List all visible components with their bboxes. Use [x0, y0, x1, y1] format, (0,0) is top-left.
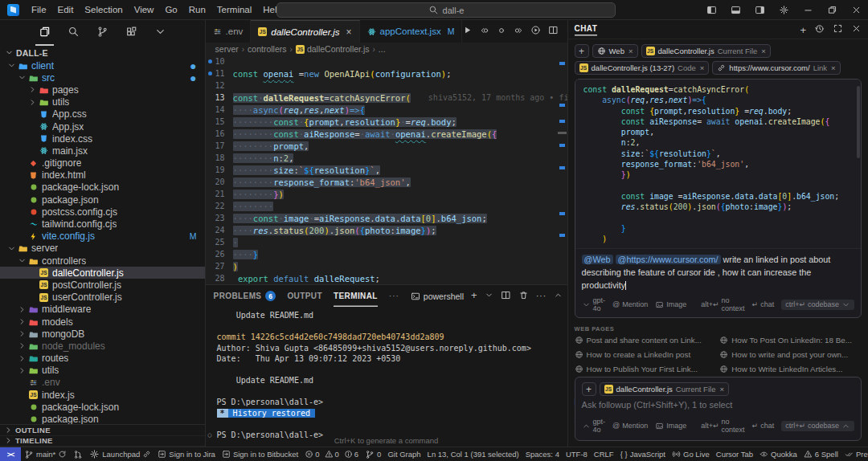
remove-pill-icon[interactable]: ×: [700, 63, 705, 72]
tab-chat[interactable]: CHAT: [575, 24, 598, 35]
chat-screen-full-button[interactable]: [833, 22, 843, 37]
status-git-graph[interactable]: Git Graph: [384, 447, 424, 461]
code-line-28[interactable]: 28 export default dalleRequest;: [206, 272, 567, 284]
status-cursor-tab[interactable]: Cursor Tab: [713, 447, 756, 461]
code-line-24[interactable]: 24····res.status(200).json({photo:image}…: [206, 224, 567, 236]
model-selector[interactable]: gpt-4o: [582, 296, 606, 312]
web-page-result[interactable]: How to create a LinkedIn post: [575, 350, 717, 359]
step-back-button[interactable]: [480, 24, 489, 39]
breadcrumb[interactable]: server›controllers›JSdalleController.js›…: [206, 43, 567, 55]
breadcrumb-item[interactable]: controllers: [248, 44, 286, 54]
submit-codebase[interactable]: ctrl+↵ codebase: [781, 421, 854, 431]
tree-item-postcontroller.js[interactable]: JSpostController.js: [0, 279, 205, 291]
tree-item-client[interactable]: client●: [0, 59, 205, 71]
sidebar-view-files[interactable]: [37, 23, 52, 43]
sidebar-view-search[interactable]: [66, 23, 81, 43]
layout-right-button[interactable]: [747, 0, 772, 20]
web-page-result[interactable]: How to Publish Your First Link...: [575, 365, 717, 373]
submit-chat[interactable]: ↵ chat: [752, 422, 775, 430]
panel-split-button[interactable]: [501, 290, 511, 302]
panel-plus-button[interactable]: +: [471, 292, 477, 300]
tree-item-nodemodules[interactable]: node_modules: [0, 340, 205, 352]
tree-item-vite.config.js[interactable]: vite.config.jsM: [0, 230, 205, 243]
shell-selector[interactable]: powershell: [411, 292, 464, 301]
panel-tab-output[interactable]: OUTPUT: [287, 285, 322, 307]
tab-.env[interactable]: .env: [206, 20, 252, 43]
tree-item-package.json[interactable]: package.json: [0, 194, 205, 206]
status-remote-indicator[interactable]: ><: [0, 447, 21, 461]
code-line-13[interactable]: 13const·dalleRequest=catchAsyncError(shi…: [206, 92, 567, 104]
chat-plus-button[interactable]: +: [800, 22, 806, 37]
status-cursor-position[interactable]: Ln 13, Col 1 (391 selected): [424, 447, 522, 461]
tree-item-.gitignore[interactable]: .gitignore: [0, 157, 205, 169]
status-quokka[interactable]: Quokka: [756, 447, 800, 461]
code-line-18[interactable]: 18········n:2,: [206, 152, 567, 164]
sidebar-view-extensions[interactable]: [124, 23, 139, 43]
chat-code-scrollbar[interactable]: [857, 86, 860, 158]
web-page-result[interactable]: How to write and post your own...: [719, 350, 862, 359]
tree-item-usercontroller.js[interactable]: JSuserController.js: [0, 292, 205, 304]
add-context-button[interactable]: +: [575, 44, 589, 58]
status-pull-request[interactable]: [70, 447, 86, 461]
step-forward-button[interactable]: [514, 24, 523, 39]
layout-bottom-button[interactable]: [723, 0, 747, 20]
overview-ruler[interactable]: [557, 55, 567, 284]
code-line-20[interactable]: 20········response_format:'b64_json',: [206, 176, 567, 188]
model-selector[interactable]: gpt-4o: [582, 418, 606, 434]
tree-item-dallecontroller.js[interactable]: JSdalleController.js: [0, 267, 205, 279]
context-pill-dallecontroller.js[interactable]: JSdalleController.js (13-27)Code×: [575, 61, 710, 75]
explorer-root[interactable]: DALL-E: [0, 46, 205, 59]
run-circle-button[interactable]: [530, 24, 541, 39]
context-pill-httpswww.cursor.com[interactable]: https://www.cursor.com/Link×: [712, 61, 840, 75]
breadcrumb-item[interactable]: server: [215, 44, 239, 54]
gutter-dot[interactable]: [208, 59, 212, 63]
code-line-17[interactable]: 17········prompt,: [206, 140, 567, 152]
code-line-11[interactable]: 11const openai =new OpenAIApi(configurat…: [206, 67, 567, 80]
image-button[interactable]: Image: [655, 300, 686, 309]
menu-view[interactable]: View: [129, 2, 160, 18]
tree-item-.env[interactable]: .env: [0, 377, 205, 389]
code-line-22[interactable]: 22········: [206, 200, 567, 212]
mention-button[interactable]: @Mention: [612, 422, 648, 430]
tree-item-package.json[interactable]: package.json: [0, 413, 205, 424]
mention-button[interactable]: @Mention: [612, 300, 648, 308]
tree-item-package-lock.json[interactable]: package-lock.json: [0, 182, 205, 194]
tree-item-controllers[interactable]: controllers: [0, 255, 205, 267]
record-button[interactable]: [497, 24, 506, 39]
tree-item-routes[interactable]: routes: [0, 353, 205, 365]
panel-tab-problems[interactable]: PROBLEMS6: [214, 285, 276, 307]
status-launchpad[interactable]: Launchpad: [86, 447, 154, 461]
context-pill-dallecontroller.js[interactable]: JSdalleController.jsCurrent File×: [600, 382, 729, 396]
code-line-16[interactable]: 16········const·aiResponse=·await·openai…: [206, 128, 567, 140]
gear-button[interactable]: [772, 0, 796, 20]
maximize-button[interactable]: [820, 0, 844, 20]
status-sign-in-bitbucket[interactable]: Sign in to Bitbucket: [219, 447, 301, 461]
code-line-27[interactable]: 27): [206, 260, 567, 272]
image-button[interactable]: Image: [655, 422, 686, 430]
menu-go[interactable]: Go: [159, 2, 182, 18]
menu-edit[interactable]: Edit: [52, 2, 80, 18]
status-branch-count[interactable]: 0: [362, 447, 384, 461]
tree-item-index.css[interactable]: index.css: [0, 133, 205, 145]
status-git-branch[interactable]: main*: [21, 447, 70, 461]
status-eol[interactable]: CRLF: [591, 447, 617, 461]
close-tab-icon[interactable]: ×: [346, 27, 352, 38]
status-diagnostics[interactable]: 006: [301, 447, 362, 461]
inline-mention-pill[interactable]: @Web: [582, 255, 613, 264]
code-line-23[interactable]: 23····const·image·=aiResponse.data.data[…: [206, 212, 567, 224]
code-line-19[interactable]: 19········size:`${resolution}`,: [206, 164, 567, 176]
panel-chevron-down-button[interactable]: [485, 291, 493, 301]
code-line-26[interactable]: 26····}: [206, 248, 567, 260]
chat-message-input[interactable]: @Web @https://www.cursor.com/ write an l…: [575, 249, 861, 293]
panel-chevron-up-button[interactable]: [554, 291, 563, 301]
user-message-box[interactable]: const dalleRequest=catchAsyncError( asyn…: [575, 79, 862, 318]
layout-left-button[interactable]: [699, 0, 723, 20]
panel-more-button[interactable]: ···: [536, 292, 547, 300]
submit-chat[interactable]: ↵ chat: [752, 300, 775, 308]
tree-item-server[interactable]: server: [0, 243, 205, 255]
tree-item-postcss.config.cjs[interactable]: postcss.config.cjs: [0, 206, 205, 218]
chat-close-button[interactable]: [851, 22, 862, 37]
tree-item-models[interactable]: models: [0, 316, 205, 328]
tab-dallecontroller.js[interactable]: JSdalleController.js×: [251, 20, 359, 43]
tree-item-app.jsx[interactable]: App.jsx: [0, 120, 205, 133]
